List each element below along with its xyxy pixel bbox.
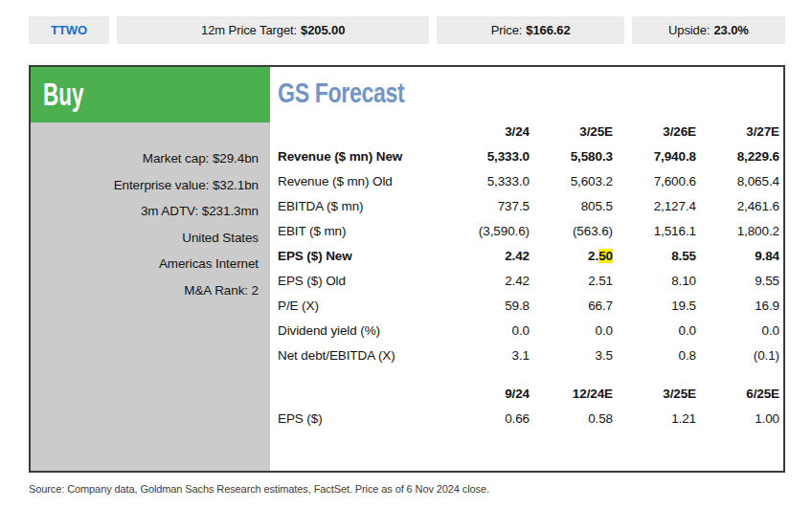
table-row-revenue-old: Revenue ($ mn) Old 5,333.0 5,603.2 7,600… xyxy=(278,168,779,193)
table-row-pe: P/E (X) 59.8 66.7 19.5 16.9 xyxy=(278,293,779,318)
cell-value: (563.6) xyxy=(530,224,613,238)
table-row-revenue-new: Revenue ($ mn) New 5,333.0 5,580.3 7,940… xyxy=(278,144,779,168)
stat-country: United States xyxy=(31,225,259,252)
cell-value: 0.66 xyxy=(446,411,530,426)
forecast-title: GS Forecast xyxy=(278,77,679,109)
cell-value: 5,603.2 xyxy=(530,174,613,188)
quarterly-header-row: 9/24 12/24E 3/25E 6/25E xyxy=(278,381,779,406)
cell-value-prefix: 2. xyxy=(588,249,598,263)
price-segment: Price: $166.62 xyxy=(437,16,623,44)
table-row-ebit: EBIT ($ mn) (3,590.6) (563.6) 1,516.1 1,… xyxy=(278,218,779,243)
stat-market-cap: Market cap: $29.4bn xyxy=(31,145,259,172)
cell-value: 8,229.6 xyxy=(696,149,779,164)
table-row-ebitda: EBITDA ($ mn) 737.5 805.5 2,127.4 2,461.… xyxy=(278,193,779,218)
cell-value: 7,600.6 xyxy=(613,174,696,188)
row-label: EPS ($) xyxy=(278,411,446,426)
cell-value: 9.84 xyxy=(696,249,779,263)
cell-value: 8.55 xyxy=(613,249,696,263)
cell-value: 2.42 xyxy=(446,249,530,263)
cell-value: 8,065.4 xyxy=(696,174,779,188)
cell-value-highlighted: 2.50 xyxy=(530,249,613,263)
cell-value: 3.1 xyxy=(446,348,530,363)
cell-value: 7,940.8 xyxy=(613,149,696,164)
cell-value: 2.42 xyxy=(446,274,530,288)
cell-value: 9.55 xyxy=(696,274,779,288)
cell-value: 0.0 xyxy=(530,323,613,338)
table-row-eps-new: EPS ($) New 2.42 2.50 8.55 9.84 xyxy=(278,243,779,268)
cell-value: 66.7 xyxy=(530,299,613,313)
cell-value: 805.5 xyxy=(530,199,613,213)
column-header: 3/27E xyxy=(696,124,779,139)
company-stats-panel: Market cap: $29.4bn Enterprise value: $3… xyxy=(31,122,270,471)
stat-adtv: 3m ADTV: $231.3mn xyxy=(31,198,259,225)
cell-value: 2.51 xyxy=(530,274,613,288)
cell-value: 0.58 xyxy=(530,411,613,426)
row-label: EBIT ($ mn) xyxy=(278,224,446,238)
price-value: $166.62 xyxy=(526,23,570,37)
cell-value: 0.0 xyxy=(696,323,779,338)
column-header: 3/24 xyxy=(446,124,530,139)
cell-value: 19.5 xyxy=(613,299,696,313)
cell-value: 1,516.1 xyxy=(613,224,696,238)
cell-value: 8.10 xyxy=(613,274,696,288)
cell-value: 16.9 xyxy=(696,299,779,313)
row-label: EPS ($) Old xyxy=(278,274,446,288)
cell-value: 5,333.0 xyxy=(446,149,530,164)
table-row-dividend-yield: Dividend yield (%) 0.0 0.0 0.0 0.0 xyxy=(278,318,779,343)
column-header: 12/24E xyxy=(530,387,613,401)
column-header: 3/25E xyxy=(613,387,696,401)
cell-value: 737.5 xyxy=(446,199,530,213)
cell-value: 0.0 xyxy=(613,323,696,338)
rating-label: Buy xyxy=(43,77,83,113)
cell-value: 1,800.2 xyxy=(696,224,779,238)
ticker-badge: TTWO xyxy=(29,16,109,44)
stat-enterprise-value: Enterprise value: $32.1bn xyxy=(31,172,259,199)
table-row-net-debt-ebitda: Net debt/EBITDA (X) 3.1 3.5 0.8 (0.1) xyxy=(278,343,779,367)
cell-value: 1.00 xyxy=(696,411,779,426)
table-row-eps-old: EPS ($) Old 2.42 2.51 8.10 9.55 xyxy=(278,268,779,293)
row-label: Dividend yield (%) xyxy=(278,323,446,338)
row-label: Net debt/EBITDA (X) xyxy=(278,348,446,363)
source-note: Source: Company data, Goldman Sachs Rese… xyxy=(29,483,489,495)
column-header: 3/26E xyxy=(613,124,696,139)
table-header-row: 3/24 3/25E 3/26E 3/27E xyxy=(278,119,779,144)
forecast-panel: GS Forecast 3/24 3/25E 3/26E 3/27E Reven… xyxy=(270,67,783,471)
price-label: Price: xyxy=(491,23,523,37)
upside-segment: Upside: 23.0% xyxy=(632,16,785,44)
stat-sector: Americas Internet xyxy=(31,251,259,277)
forecast-card: Buy Market cap: $29.4bn Enterprise value… xyxy=(29,65,785,473)
upside-value: 23.0% xyxy=(713,23,748,37)
cell-value: 5,580.3 xyxy=(530,149,613,164)
cell-value: 0.0 xyxy=(446,323,530,338)
price-target-label: 12m Price Target: xyxy=(201,23,297,37)
cell-value: 1.21 xyxy=(613,411,696,426)
cell-value: 5,333.0 xyxy=(446,174,530,188)
column-header: 3/25E xyxy=(530,124,613,139)
highlight-mark: 50 xyxy=(598,249,613,263)
quarterly-row-eps: EPS ($) 0.66 0.58 1.21 1.00 xyxy=(278,406,779,431)
row-label: P/E (X) xyxy=(278,299,446,313)
cell-value: 2,461.6 xyxy=(696,199,779,213)
cell-value: 3.5 xyxy=(530,348,613,363)
row-label: EPS ($) New xyxy=(278,249,446,263)
rating-banner: Buy xyxy=(31,67,270,122)
column-header: 6/25E xyxy=(696,387,779,401)
column-header: 9/24 xyxy=(446,387,530,401)
upside-label: Upside: xyxy=(668,23,710,37)
cell-value: 2,127.4 xyxy=(613,199,696,213)
ticker-symbol: TTWO xyxy=(51,23,87,37)
cell-value: (0.1) xyxy=(696,348,779,363)
cell-value: (3,590.6) xyxy=(446,224,530,238)
cell-value: 59.8 xyxy=(446,299,530,313)
row-label: Revenue ($ mn) New xyxy=(278,149,446,164)
row-label: EBITDA ($ mn) xyxy=(278,199,446,213)
stat-ma-rank: M&A Rank: 2 xyxy=(31,277,259,304)
cell-value: 0.8 xyxy=(613,348,696,363)
row-label: Revenue ($ mn) Old xyxy=(278,174,446,188)
table-section-spacer xyxy=(278,367,779,381)
price-target-value: $205.00 xyxy=(301,23,345,37)
forecast-table: 3/24 3/25E 3/26E 3/27E Revenue ($ mn) Ne… xyxy=(278,119,779,431)
summary-bar: TTWO 12m Price Target: $205.00 Price: $1… xyxy=(29,16,785,44)
price-target-segment: 12m Price Target: $205.00 xyxy=(117,16,429,44)
left-panel: Buy Market cap: $29.4bn Enterprise value… xyxy=(31,67,270,471)
